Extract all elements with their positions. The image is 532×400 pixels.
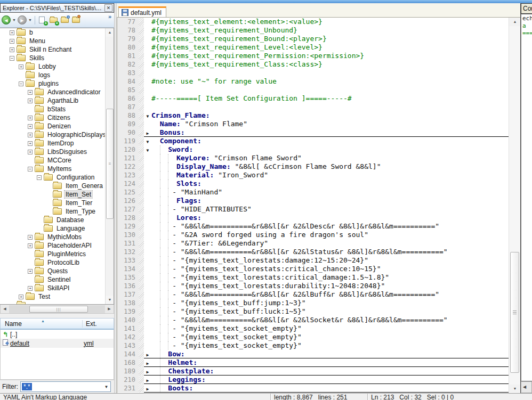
code-line[interactable]: 88▼Crimson_Flame:	[117, 111, 509, 120]
editor-vertical-scrollbar[interactable]: ▲ ▼	[509, 18, 520, 393]
expand-icon[interactable]: +	[28, 133, 33, 137]
code-line[interactable]: 133 - "{myitems_text_lorestats:damage:12…	[117, 256, 509, 265]
file-name[interactable]: default	[10, 340, 84, 347]
code-line[interactable]: 86#-----=====[ Item Set Configuration ]=…	[117, 94, 509, 103]
code-line[interactable]: 144▶ Bow:	[117, 350, 509, 358]
expand-icon[interactable]: +	[28, 235, 33, 240]
expand-icon[interactable]: +	[28, 286, 33, 291]
close-icon[interactable]: ✕	[104, 4, 112, 12]
collapse-icon[interactable]: −	[28, 167, 33, 172]
tree-item-item-type[interactable]: Item_Type	[0, 207, 105, 216]
code-line[interactable]: 122 Display_Name: "&8&l[ &cCrimson Flame…	[117, 162, 509, 171]
tree-hscrollbar-thumb[interactable]: |||	[29, 306, 88, 313]
tree-item-skillapi[interactable]: +SkillAPI	[0, 284, 105, 292]
tree-item-bstats[interactable]: bStats	[0, 105, 105, 113]
scroll-right-icon[interactable]: ▶	[105, 307, 114, 311]
tree-item-denizen[interactable]: +Denizen	[0, 122, 105, 130]
tree-item-libsdisguises[interactable]: +LibsDisguises	[0, 148, 105, 156]
new-file-button[interactable]: +	[38, 16, 47, 25]
expand-icon[interactable]: +	[28, 243, 33, 248]
tree-item-skill-n-enchant[interactable]: +Skill n Enchant	[0, 45, 105, 54]
code-line[interactable]: 79#{myitems_text_requirement_Bound:<play…	[117, 35, 509, 43]
table-row[interactable]: defaultyml	[1, 339, 114, 348]
code-line[interactable]: 125 - "MainHand"	[117, 188, 509, 197]
code-line[interactable]: 84#note: use "~" for range value	[117, 77, 509, 86]
fold-open-icon[interactable]: ▼	[147, 148, 149, 153]
tree-item-mccore[interactable]: MCCore	[0, 156, 105, 165]
expand-icon[interactable]: +	[28, 141, 33, 146]
code-line[interactable]: 90▶ Bonus:	[117, 128, 509, 137]
tree-item-quests[interactable]: +Quests	[0, 267, 105, 275]
expand-icon[interactable]: +	[28, 99, 33, 103]
code-line[interactable]: 83	[117, 69, 509, 77]
fold-closed-icon[interactable]: ▶	[147, 131, 149, 136]
fold-open-icon[interactable]: ▼	[147, 140, 149, 144]
fold-closed-icon[interactable]: ▶	[147, 378, 149, 383]
code-line[interactable]: 140 - "&8&l&m==========&r&8&l[&r &2&lSoc…	[117, 316, 509, 324]
code-line[interactable]: 129 - "&8&l&m==========&r&8&l[&r &2&lDes…	[117, 222, 509, 231]
fold-closed-icon[interactable]: ▶	[147, 353, 149, 357]
code-line[interactable]: 134 - "{myitems_text_lorestats:critical_…	[117, 265, 509, 273]
expand-icon[interactable]: +	[28, 124, 33, 129]
file-name[interactable]: [..]	[10, 331, 84, 338]
tree-item-mythicmobs[interactable]: +MythicMobs	[0, 233, 105, 241]
tree-item-item-genera[interactable]: Item_Genera	[0, 182, 105, 190]
back-dropdown-icon[interactable]: ▼	[12, 18, 16, 22]
code-line[interactable]: 136 - "{myitems_text_lorestats:durabilit…	[117, 282, 509, 290]
column-header-ext[interactable]: Ext.	[83, 320, 114, 328]
code-line[interactable]: 80#{myitems_text_requirement_Level:<leve…	[117, 43, 509, 52]
tree-item-skills[interactable]: −Skills	[0, 54, 105, 62]
expand-icon[interactable]: +	[28, 116, 33, 120]
scroll-down-icon[interactable]: ▼	[509, 385, 520, 393]
chevron-down-icon[interactable]: ▼	[102, 385, 110, 389]
tree-item-clipped[interactable]	[0, 301, 105, 304]
code-line[interactable]: 81#{myitems_text_requirement_Permission:…	[117, 52, 509, 60]
editor-scrollbar-thumb[interactable]	[510, 252, 519, 373]
tree-scrollbar-thumb[interactable]: ≡	[106, 109, 114, 219]
code-line[interactable]: 121 KeyLore: "Crimson Flame Sword"	[117, 154, 509, 162]
code-line[interactable]: 82#{myitems_text_requirement_Class:<clas…	[117, 60, 509, 69]
tree-item-agarthalib[interactable]: +AgarthaLib	[0, 96, 105, 105]
expand-icon[interactable]: +	[10, 30, 14, 35]
code-line[interactable]: 138 - "{myitems_text_buff:jump:1~3}"	[117, 299, 509, 307]
tree-item-item-set[interactable]: Item_Set	[0, 190, 105, 199]
code-line[interactable]: 126 Flags:	[117, 197, 509, 205]
tree-item-advancedindicator[interactable]: +AdvancedIndicator	[0, 88, 105, 96]
tree-item-citizens[interactable]: +Citizens	[0, 113, 105, 122]
tree-item-protocollib[interactable]: ProtocolLib	[0, 258, 105, 267]
scroll-down-icon[interactable]: ▼	[106, 296, 114, 304]
scroll-up-icon[interactable]: ▲	[509, 18, 520, 26]
code-line[interactable]: 87	[117, 103, 509, 111]
expand-icon[interactable]: +	[19, 295, 23, 299]
expand-icon[interactable]: +	[28, 90, 33, 95]
fold-open-icon[interactable]: ▼	[147, 114, 149, 119]
expand-icon[interactable]: +	[10, 39, 14, 44]
code-line[interactable]: 168▶ Helmet:	[117, 358, 509, 367]
code-line[interactable]: 77#{myitems_text_element:<element>:<valu…	[117, 18, 509, 26]
fold-closed-icon[interactable]: ▶	[147, 387, 149, 391]
code-line[interactable]: 119▼ Component:	[117, 137, 509, 145]
code-line[interactable]: 131 - "&7Tier: &6Legendary"	[117, 239, 509, 248]
forward-dropdown-icon[interactable]: ▼	[28, 18, 32, 22]
code-line[interactable]: 142 - "{myitems_text_socket_empty}"	[117, 333, 509, 341]
forward-button[interactable]: ▶	[18, 15, 27, 25]
code-line[interactable]: 89 Name: "Crimson Flame"	[117, 120, 509, 128]
folder-search-button[interactable]	[60, 16, 70, 25]
tree-item-database[interactable]: Database	[0, 216, 105, 224]
tree-item-item-tier[interactable]: Item_Tier	[0, 199, 105, 207]
code-line[interactable]: 137 - "&8&l&m==========&r&8&l[&r &2&lBuf…	[117, 290, 509, 299]
scroll-left-icon[interactable]: ◀	[1, 307, 9, 311]
tree-item-lobby[interactable]: +Lobby	[0, 62, 105, 71]
code-line[interactable]: 141 - "{myitems_text_socket_empty}"	[117, 324, 509, 333]
expand-icon[interactable]: +	[10, 47, 14, 52]
tree-item-test[interactable]: +Test	[0, 292, 105, 301]
collapse-icon[interactable]: −	[19, 81, 23, 86]
code-line[interactable]: 135 - "{myitems_text_lorestats:critical_…	[117, 273, 509, 282]
code-line[interactable]: 85	[117, 86, 509, 94]
tree-item-itemdrop[interactable]: +ItemDrop	[0, 139, 105, 148]
scroll-up-icon[interactable]: ▲	[106, 28, 114, 37]
tab-default-yml[interactable]: default.yml	[118, 6, 166, 17]
code-line[interactable]: 139 - "{myitems_text_buff:luck:1~5}"	[117, 307, 509, 316]
code-line[interactable]: 124 Slots:	[117, 179, 509, 188]
code-line[interactable]: 78#{myitems_text_requirement_Unbound}	[117, 26, 509, 35]
